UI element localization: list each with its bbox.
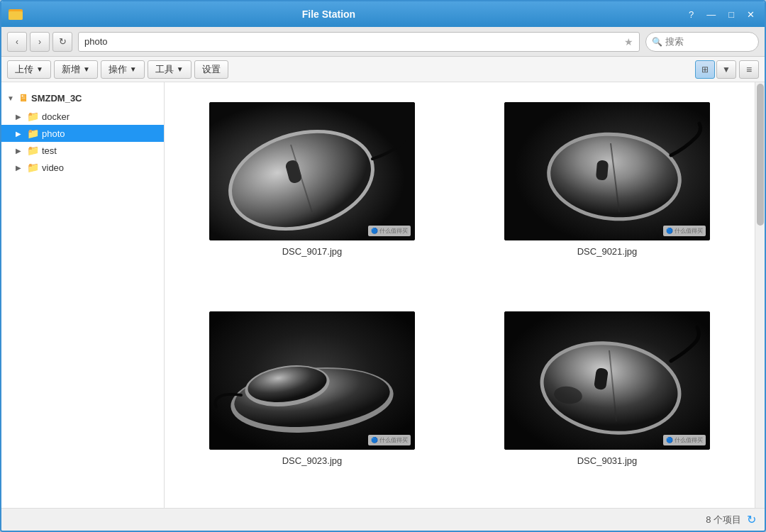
file-thumb-dsc9017: 🔵 什么值得买 xyxy=(209,102,415,240)
window-title: File Station xyxy=(30,9,628,20)
maximize-button[interactable]: □ xyxy=(724,8,738,21)
root-expand-arrow: ▼ xyxy=(7,94,16,102)
sidebar-item-video[interactable]: ▶ 📁 video xyxy=(1,159,164,176)
forward-button[interactable]: › xyxy=(30,32,50,52)
dropdown-view-button[interactable]: ▼ xyxy=(716,60,736,79)
new-label: 新增 xyxy=(62,63,80,76)
new-arrow: ▼ xyxy=(83,65,90,73)
settings-button[interactable]: 设置 xyxy=(194,60,228,79)
minimize-button[interactable]: — xyxy=(702,8,720,21)
sort-button[interactable]: ≡ xyxy=(739,60,759,79)
statusbar-refresh-button[interactable]: ↻ xyxy=(747,513,756,526)
back-button[interactable]: ‹ xyxy=(7,32,27,52)
test-folder-icon: 📁 xyxy=(27,145,39,156)
root-folder-icon: 🖥 xyxy=(18,92,28,104)
watermark-3: 🔵 什么值得买 xyxy=(368,435,411,445)
bookmark-button[interactable]: ★ xyxy=(624,36,633,48)
file-item-dsc9031[interactable]: 🔵 什么值得买 DSC_9031.jpg xyxy=(474,306,740,494)
sidebar-item-test[interactable]: ▶ 📁 test xyxy=(1,142,164,159)
titlebar: File Station ? — □ ✕ xyxy=(1,1,765,27)
actionbar: 上传 ▼ 新增 ▼ 操作 ▼ 工具 ▼ 设置 ⊞ ▼ ≡ xyxy=(1,57,765,82)
view-controls: ⊞ ▼ xyxy=(695,60,736,79)
file-thumb-dsc9031: 🔵 什么值得买 xyxy=(504,311,710,450)
upload-label: 上传 xyxy=(15,63,33,76)
app-icon xyxy=(7,6,24,23)
help-button[interactable]: ? xyxy=(684,8,698,21)
file-name-dsc9021: DSC_9021.jpg xyxy=(577,246,638,257)
test-label: test xyxy=(42,145,158,156)
photo-folder-icon: 📁 xyxy=(27,128,39,139)
main-content: ▼ 🖥 SMZDM_3C ▶ 📁 docker ▶ 📁 photo ▶ 📁 te… xyxy=(1,82,765,508)
scrollbar-thumb[interactable] xyxy=(757,84,764,226)
sidebar-item-root[interactable]: ▼ 🖥 SMZDM_3C xyxy=(1,88,164,108)
file-grid: 🔵 什么值得买 DSC_9017.jpg xyxy=(179,96,740,494)
tools-label: 工具 xyxy=(155,63,174,76)
svg-rect-12 xyxy=(596,160,609,180)
file-thumb-dsc9023: 🔵 什么值得买 xyxy=(209,311,415,450)
path-text: photo xyxy=(84,36,624,47)
upload-arrow: ▼ xyxy=(36,65,43,73)
action-label: 操作 xyxy=(109,63,127,76)
docker-folder-icon: 📁 xyxy=(27,111,39,122)
file-name-dsc9023: DSC_9023.jpg xyxy=(282,455,343,466)
video-label: video xyxy=(42,162,158,173)
svg-rect-1 xyxy=(9,11,23,20)
navigation-toolbar: ‹ › ↻ photo ★ 🔍 xyxy=(1,27,765,57)
watermark-2: 🔵 什么值得买 xyxy=(663,226,706,236)
tools-button[interactable]: 工具 ▼ xyxy=(148,60,192,79)
search-icon: 🔍 xyxy=(652,37,662,47)
watermark-4: 🔵 什么值得买 xyxy=(663,435,706,445)
search-input[interactable] xyxy=(665,36,753,47)
file-item-dsc9023[interactable]: 🔵 什么值得买 DSC_9023.jpg xyxy=(179,306,445,494)
window-controls: ? — □ ✕ xyxy=(684,8,759,21)
settings-label: 设置 xyxy=(202,63,221,76)
video-folder-icon: 📁 xyxy=(27,162,39,173)
root-label: SMZDM_3C xyxy=(31,93,158,104)
close-button[interactable]: ✕ xyxy=(743,8,759,21)
photo-label: photo xyxy=(42,128,158,139)
new-button[interactable]: 新增 ▼ xyxy=(54,60,98,79)
file-item-dsc9021[interactable]: 🔵 什么值得买 DSC_9021.jpg xyxy=(474,96,740,284)
sidebar: ▼ 🖥 SMZDM_3C ▶ 📁 docker ▶ 📁 photo ▶ 📁 te… xyxy=(1,82,165,508)
file-item-dsc9017[interactable]: 🔵 什么值得买 DSC_9017.jpg xyxy=(179,96,445,284)
app-window: File Station ? — □ ✕ ‹ › ↻ photo ★ 🔍 上传 … xyxy=(0,0,766,532)
watermark-1: 🔵 什么值得买 xyxy=(368,226,411,236)
docker-label: docker xyxy=(42,111,158,122)
statusbar: 8 个项目 ↻ xyxy=(1,508,765,531)
file-name-dsc9017: DSC_9017.jpg xyxy=(282,246,343,257)
file-name-dsc9031: DSC_9031.jpg xyxy=(577,455,638,466)
tools-arrow: ▼ xyxy=(177,65,184,73)
photo-expand-arrow: ▶ xyxy=(16,130,24,138)
refresh-button[interactable]: ↻ xyxy=(52,32,72,52)
action-button[interactable]: 操作 ▼ xyxy=(101,60,145,79)
path-bar[interactable]: photo ★ xyxy=(78,32,640,52)
search-bar: 🔍 xyxy=(645,32,759,52)
sidebar-item-photo[interactable]: ▶ 📁 photo xyxy=(1,125,164,142)
file-thumb-dsc9021: 🔵 什么值得买 xyxy=(504,102,710,240)
docker-expand-arrow: ▶ xyxy=(16,113,24,121)
upload-button[interactable]: 上传 ▼ xyxy=(7,60,51,79)
scrollbar[interactable] xyxy=(755,82,765,508)
action-arrow: ▼ xyxy=(130,65,137,73)
sidebar-item-docker[interactable]: ▶ 📁 docker xyxy=(1,108,164,125)
video-expand-arrow: ▶ xyxy=(16,164,24,172)
test-expand-arrow: ▶ xyxy=(16,147,24,155)
item-count: 8 个项目 xyxy=(706,514,741,526)
grid-view-button[interactable]: ⊞ xyxy=(695,60,715,79)
file-area: 🔵 什么值得买 DSC_9017.jpg xyxy=(165,82,755,508)
